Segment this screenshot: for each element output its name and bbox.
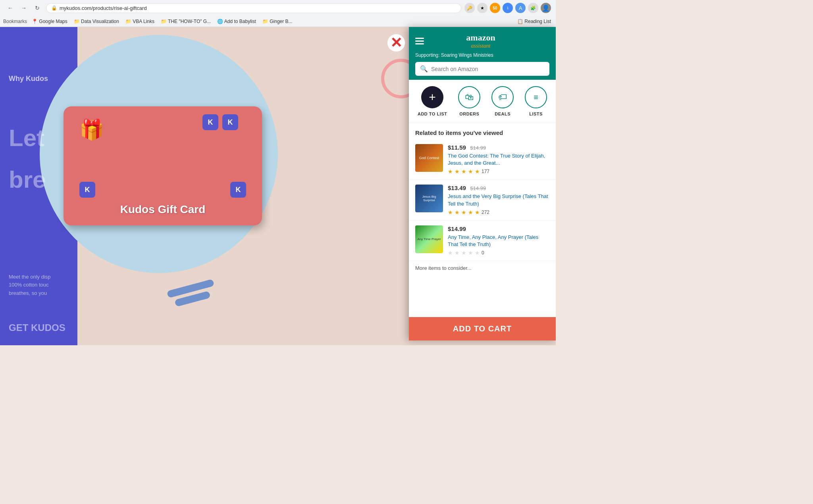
search-icon: 🔍 [420,65,428,73]
star-icon[interactable]: ★ [477,3,487,13]
star-3: ★ [461,168,466,175]
amazon-logo: amazon assistant [466,33,495,49]
add-to-cart-button[interactable]: ADD TO CART [409,317,556,340]
star-2: ★ [455,168,460,175]
forward-button[interactable]: → [18,2,29,13]
product-title-god-contest: The God Contest: The True Story of Elija… [448,152,549,167]
star-a2: ★ [455,250,460,256]
hero-text-let: Let [9,126,44,150]
supporting-text: Supporting: Soaring Wings Ministries [415,52,549,58]
lists-label: LISTS [529,112,543,116]
lock-icon: 🔒 [51,5,57,11]
hero-text-bre: bre [9,166,46,193]
product-title-jesus: Jesus and the Very Big Surprise (Tales T… [448,193,549,207]
bookmark-vba[interactable]: 📁 VBA Links [124,18,156,25]
toolbar-icons: 🔑 ★ 50 1 A 🧩 👤 [464,3,551,13]
more-items-text: More items to consider... [409,261,556,275]
orders-icon: 🛍 [458,86,480,108]
amazon-wordmark: amazon assistant [466,33,495,49]
lists-icon: ≡ [525,86,547,108]
puzzle-icon[interactable]: 🧩 [528,3,538,13]
lists-button[interactable]: ≡ LISTS [525,86,547,116]
star-4: ★ [468,168,473,175]
get-kudos-cta: GET KUDOS [9,322,66,333]
bookmark-dataviz[interactable]: 📁 Data Visualization [72,18,121,25]
star-j1: ★ [448,209,453,215]
product-price-god-contest: $11.59 $14.99 [448,144,549,151]
orders-label: ORDERS [459,112,479,116]
add-to-list-button[interactable]: + ADD TO LIST [418,86,447,116]
product-item-god-contest[interactable]: God Contest $11.59 $14.99 The God Contes… [409,139,556,180]
related-items-section: Related to items you've viewed God Conte… [409,123,556,317]
star-a4: ★ [468,250,473,256]
bookmark-maps[interactable]: 📍 Google Maps [30,18,69,25]
hamburger-line-3 [415,43,424,44]
deals-button[interactable]: 🏷 DEALS [491,86,514,116]
deals-icon: 🏷 [491,86,514,108]
star-j2: ★ [455,209,460,215]
product-info-jesus: $13.49 $14.99 Jesus and the Very Big Sur… [448,185,549,215]
deals-label: DEALS [495,112,511,116]
search-bar[interactable]: 🔍 [415,62,549,76]
body-line-3: breathes, so you [9,289,51,298]
bookmark-howto[interactable]: 📁 THE "HOW-TO" G... [159,18,212,25]
url-text: mykudos.com/products/rise-ai-giftcard [60,5,147,11]
nav-buttons: ← → ↻ [5,2,43,13]
bookmark-reading[interactable]: 📋 Reading List [516,18,553,25]
url-bar[interactable]: 🔒 mykudos.com/products/rise-ai-giftcard [46,3,461,13]
profile-icon[interactable]: 👤 [541,3,551,13]
key-icon[interactable]: 🔑 [464,3,475,13]
orders-button[interactable]: 🛍 ORDERS [458,86,480,116]
product-item-anytime[interactable]: Any Time Prayer $14.99 Any Time, Any Pla… [409,221,556,261]
amazon-assistant-panel: amazon assistant Supporting: Soaring Win… [409,27,556,340]
review-count-anytime: 0 [482,250,484,256]
star-a5: ★ [475,250,480,256]
product-info-anytime: $14.99 Any Time, Any Place, Any Prayer (… [448,225,549,256]
browser-chrome: ← → ↻ 🔒 mykudos.com/products/rise-ai-gif… [0,0,556,27]
body-line-2: 100% cotton touc [9,281,51,289]
search-input[interactable] [431,66,545,72]
user-icon[interactable]: A [515,3,526,13]
bookmark-babylist[interactable]: 🌐 Add to Babylist [216,18,258,25]
amazon-ext-icon[interactable]: 50 [490,3,500,13]
star-5-half: ★ [475,168,480,175]
product-thumb-god-contest: God Contest [415,144,443,172]
assistant-label: assistant [466,43,495,49]
quick-actions: + ADD TO LIST 🛍 ORDERS 🏷 DEALS ≡ LISTS [409,80,556,123]
star-1: ★ [448,168,453,175]
refresh-button[interactable]: ↻ [32,2,43,13]
product-item-jesus-surprise[interactable]: Jesus Big Surprise $13.49 $14.99 Jesus a… [409,180,556,220]
back-button[interactable]: ← [5,2,16,13]
add-to-list-label: ADD TO LIST [418,112,447,116]
panel-header-top: amazon assistant [415,33,549,49]
stars-god-contest: ★ ★ ★ ★ ★ 177 [448,168,549,175]
close-button[interactable]: ✕ [387,34,405,52]
star-j5: ★ [475,209,480,215]
related-header: Related to items you've viewed [409,123,556,139]
body-text: Meet the only disp 100% cotton touc brea… [9,273,51,298]
hamburger-line-2 [415,40,424,42]
product-price-jesus: $13.49 $14.99 [448,185,549,192]
review-count-jesus: 272 [482,210,489,215]
flag-ext-icon[interactable]: 1 [503,3,513,13]
product-price-anytime: $14.99 [448,225,549,233]
product-thumb-anytime: Any Time Prayer [415,225,443,253]
stars-anytime: ★ ★ ★ ★ ★ 0 [448,250,549,256]
star-a1: ★ [448,250,453,256]
hamburger-line-1 [415,38,424,39]
bookmark-ginger[interactable]: 📁 Ginger B... [261,18,294,25]
star-j4: ★ [468,209,473,215]
star-a3: ★ [461,250,466,256]
product-thumb-jesus: Jesus Big Surprise [415,185,443,212]
decorative-lines [167,285,214,306]
nav-why-kudos: Why Kudos [9,75,48,83]
gift-card-image: 🎁 K K K K Kudos Gift Card [64,106,262,225]
bookmarks-label: Bookmarks [3,19,27,24]
product-title-anytime: Any Time, Any Place, Any Prayer (Tales T… [448,234,549,248]
body-line-1: Meet the only disp [9,273,51,281]
address-bar: ← → ↻ 🔒 mykudos.com/products/rise-ai-gif… [0,0,556,16]
stars-jesus: ★ ★ ★ ★ ★ 272 [448,209,549,215]
hamburger-menu[interactable] [415,38,424,44]
add-to-list-icon: + [421,86,443,108]
bookmarks-bar: Bookmarks 📍 Google Maps 📁 Data Visualiza… [0,16,556,27]
